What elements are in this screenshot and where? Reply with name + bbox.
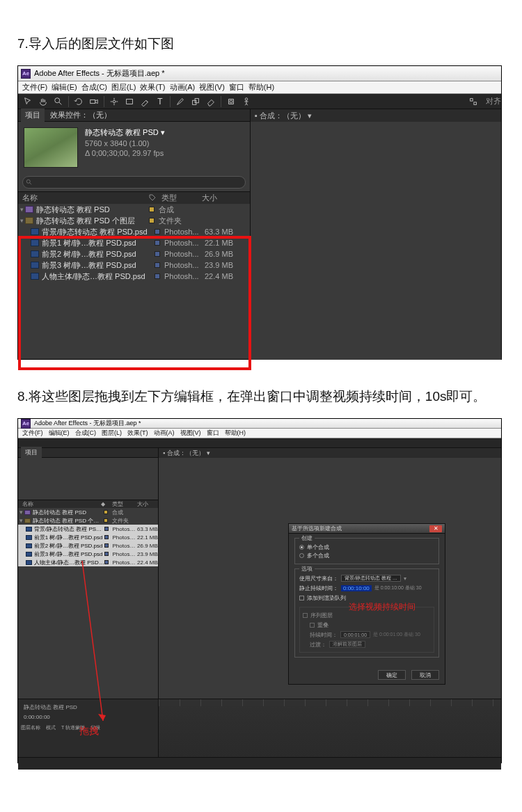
list-item[interactable]: 前景2 树/静…教程 PSD.psdPhotosh...26.9 MB (18, 248, 250, 260)
tag-swatch[interactable] (104, 518, 108, 523)
tag-swatch[interactable] (104, 552, 109, 556)
col-type-2[interactable]: 类型 (112, 500, 137, 508)
pen-tool-icon[interactable] (139, 96, 150, 107)
effect-controls-tab[interactable]: 效果控件：（无） (50, 110, 111, 120)
timeline-time[interactable]: 0:00:00:00 (24, 714, 50, 720)
seq-dur-value[interactable]: 0:00:01:00 (340, 631, 370, 638)
group-create-label: 创建 (299, 534, 315, 542)
menu-view[interactable]: 视图(V) (199, 82, 225, 93)
still-duration-input[interactable]: 0:00:10:00 (341, 585, 372, 591)
comp-panel-tab-2[interactable]: ▪ 合成：（无） ▾ (159, 448, 501, 458)
col-name[interactable]: 名称 (18, 193, 149, 203)
project-list[interactable]: ▾静态转动态 教程 PSD合成▾静态转动态 教程 PSD 个图层文件夹背景/静态… (18, 204, 250, 282)
list-item[interactable]: ▾静态转动态 教程 PSD合成 (18, 508, 158, 516)
menu-layer[interactable]: 图层(L) (111, 82, 136, 93)
text-tool-icon[interactable]: T (155, 96, 166, 107)
rect-tool-icon[interactable] (124, 96, 135, 107)
anchor-tool-icon[interactable] (109, 96, 120, 107)
puppet-tool-icon[interactable] (241, 96, 252, 107)
tag-swatch[interactable] (104, 527, 109, 531)
menu-comp[interactable]: 合成(C) (81, 82, 107, 93)
rotate-tool-icon[interactable] (73, 96, 84, 107)
list-item[interactable]: 人物主体/静态…教程 PSD.psdPhotosh...22.4 MB (18, 558, 158, 566)
camera-tool-icon[interactable] (88, 96, 100, 107)
tag-swatch[interactable] (104, 543, 109, 548)
menubar[interactable]: 文件(F) 编辑(E) 合成(C) 图层(L) 效果(T) 动画(A) 视图(V… (18, 81, 501, 94)
menu-effect[interactable]: 效果(T) (140, 82, 165, 93)
timeline-ruler[interactable] (159, 699, 501, 706)
list-item[interactable]: ▾静态转动态 教程 PSD 个图层文件夹 (18, 215, 250, 226)
col-name-2[interactable]: 名称 (18, 500, 101, 508)
eraser-tool-icon[interactable] (205, 96, 216, 107)
timeline-tab[interactable]: 静态转动态 教程 PSD (24, 703, 77, 711)
row-size: 26.9 MB (205, 250, 234, 258)
seq-trans-dropdown[interactable]: 溶解前景图层 (329, 641, 365, 648)
list-item[interactable]: 背景/静态转动态 教程 PSD.psdPhotosh...63.3 MB (18, 226, 250, 237)
menu-window[interactable]: 窗口 (229, 82, 244, 93)
menubar-2[interactable]: 文件(F) 编辑(E) 合成(C) 图层(L) 效果(T) 动画(A) 视图(V… (18, 429, 501, 438)
menu-edit[interactable]: 编辑(E) (52, 82, 77, 93)
list-item[interactable]: 前景1 树/静…教程 PSD.psdPhotosh...22.1 MB (18, 533, 158, 541)
selection-tool-icon[interactable] (22, 96, 33, 107)
cancel-button[interactable]: 取消 (411, 670, 439, 680)
menu-effect-2[interactable]: 效果(T) (127, 429, 148, 438)
ok-button[interactable]: 确定 (378, 670, 406, 680)
snap-icon[interactable] (468, 96, 479, 107)
row-name: 人物主体/静态…教程 PSD.psd (42, 271, 155, 282)
col-tag-2[interactable]: ◆ (101, 501, 113, 507)
project-search[interactable] (22, 176, 246, 189)
tag-swatch[interactable] (155, 273, 160, 279)
menu-comp-2[interactable]: 合成(C) (75, 429, 97, 438)
tag-swatch[interactable] (149, 207, 155, 212)
radio-multi[interactable] (299, 553, 304, 558)
seq-checkbox[interactable] (303, 613, 308, 618)
add-to-rq-checkbox[interactable] (299, 596, 304, 600)
col-size[interactable]: 大小 (202, 193, 231, 203)
clone-tool-icon[interactable] (190, 96, 201, 107)
list-item[interactable]: 前景1 树/静…教程 PSD.psdPhotosh...22.1 MB (18, 237, 250, 248)
tag-swatch[interactable] (149, 218, 155, 223)
project-tab-2[interactable]: 项目 (21, 447, 42, 459)
col-tag[interactable] (149, 194, 161, 202)
step8-text: 8.将这些图层拖拽到左下方编辑框，在弹出窗口中调整视频持续时间，10s即可。 (17, 388, 505, 406)
tag-swatch[interactable] (155, 229, 160, 234)
menu-window-2[interactable]: 窗口 (207, 429, 219, 438)
zoom-tool-icon[interactable] (53, 96, 64, 107)
tag-swatch[interactable] (104, 535, 109, 539)
menu-edit-2[interactable]: 编辑(E) (49, 429, 70, 438)
tag-swatch[interactable] (155, 262, 160, 268)
list-item[interactable]: ▾静态转动态 教程 PSD 个图层文件夹 (18, 516, 158, 525)
menu-anim-2[interactable]: 动画(A) (154, 429, 175, 438)
list-item[interactable]: 前景3 树/静…教程 PSD.psdPhotosh...23.9 MB (18, 550, 158, 558)
menu-layer-2[interactable]: 图层(L) (102, 429, 122, 438)
roto-tool-icon[interactable] (226, 96, 237, 107)
list-item[interactable]: 人物主体/静态…教程 PSD.psdPhotosh...22.4 MB (18, 271, 250, 282)
menu-file[interactable]: 文件(F) (22, 82, 47, 93)
project-list-2[interactable]: ▾静态转动态 教程 PSD合成▾静态转动态 教程 PSD 个图层文件夹背景/静态… (18, 508, 158, 566)
project-tab[interactable]: 项目 (21, 109, 45, 122)
tag-swatch[interactable] (104, 510, 108, 514)
col-size-2[interactable]: 大小 (137, 500, 158, 508)
tag-swatch[interactable] (155, 251, 160, 257)
comp-thumbnail (24, 127, 78, 168)
list-item[interactable]: 前景3 树/静…教程 PSD.psdPhotosh...23.9 MB (18, 260, 250, 271)
list-item[interactable]: 背景/静态转动态 教程 PSD.psdPhotosh...63.3 MB (18, 525, 158, 533)
col-type[interactable]: 类型 (161, 193, 202, 203)
list-item[interactable]: 前景2 树/静…教程 PSD.psdPhotosh...26.9 MB (18, 541, 158, 550)
menu-view-2[interactable]: 视图(V) (180, 429, 201, 438)
radio-single[interactable] (299, 545, 304, 550)
overlap-checkbox[interactable] (310, 623, 315, 628)
menu-help[interactable]: 帮助(H) (248, 82, 274, 93)
tag-swatch[interactable] (104, 560, 109, 564)
list-item[interactable]: ▾静态转动态 教程 PSD合成 (18, 204, 250, 215)
use-dims-dropdown[interactable]: 背景/静态转动态 教程 … (341, 575, 401, 582)
menu-anim[interactable]: 动画(A) (170, 82, 196, 93)
tag-swatch[interactable] (155, 240, 160, 246)
hand-tool-icon[interactable] (38, 96, 49, 107)
menu-file-2[interactable]: 文件(F) (22, 429, 43, 438)
dialog-close-icon[interactable]: ✕ (429, 525, 442, 532)
brush-tool-icon[interactable] (175, 96, 186, 107)
row-size: 63.3 MB (137, 526, 158, 532)
comp-panel-tab[interactable]: ▪ 合成：（无） ▾ (251, 109, 501, 122)
menu-help-2[interactable]: 帮助(H) (225, 429, 246, 438)
